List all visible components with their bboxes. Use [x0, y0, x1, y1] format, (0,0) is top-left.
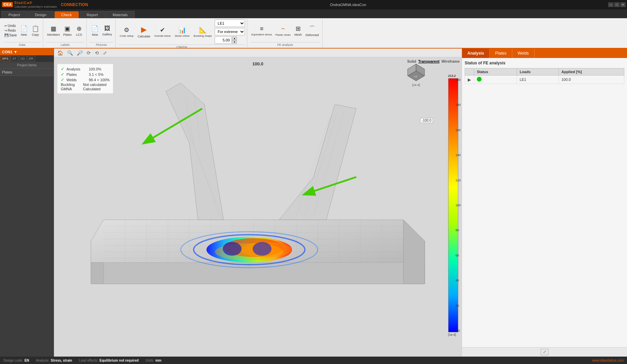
window-controls[interactable]: ─ □ ✕	[608, 2, 627, 7]
gallery-button[interactable]: 🖼 Gallery	[101, 21, 113, 40]
expand-panel-button[interactable]: ⤢	[541, 349, 548, 355]
extreme-dropdown[interactable]: For extremeFor all	[215, 28, 245, 35]
zoom-in-button[interactable]: 🔍	[66, 50, 74, 56]
ideastatica-link[interactable]: www.ideastatica.com	[592, 359, 624, 362]
mesh-button[interactable]: ⊞ Mesh	[293, 21, 303, 40]
app-subtitle: Calculate yesterday's estimates	[14, 5, 57, 9]
value-spinner: ▲ ▼	[215, 36, 245, 44]
welds-key: Welds	[66, 78, 87, 82]
status-row-analysis: ✓ Analysis 100.0%	[61, 66, 110, 71]
right-tabs: Analysis Plates Welds	[462, 49, 627, 58]
fe-col-expand	[465, 68, 474, 75]
save-button[interactable]: 💾 Save	[3, 33, 18, 37]
calculate-button[interactable]: ▶ Calculate	[136, 22, 152, 41]
content-row: CON1 ▼ EPS ST CD DR Project items Plates…	[0, 49, 627, 357]
right-tab-welds[interactable]: Welds	[512, 49, 535, 58]
logo-icon: IDEA	[2, 2, 13, 7]
members-button[interactable]: ▦ Members	[46, 21, 61, 40]
tab-project[interactable]: Project	[1, 11, 27, 18]
rotate-cw-button[interactable]: ⟳	[85, 50, 92, 56]
overall-check-icon: ✔	[160, 26, 165, 34]
plates-button[interactable]: ▣ Plates	[62, 21, 73, 40]
svg-point-39	[223, 242, 242, 256]
viewport-column: 🏠 🔍 🔎 ⟳ ⟲ ⤢ 100.0 Solid Transparent Wire…	[54, 49, 462, 357]
con-tabs: EPS ST CD DR	[0, 55, 54, 62]
right-panel: Analysis Plates Welds Status of FE analy…	[462, 49, 627, 357]
redo-button[interactable]: ↪ Redo	[3, 28, 18, 33]
analysis-label: Analysis:	[36, 359, 49, 362]
minimize-button[interactable]: ─	[608, 2, 614, 7]
right-panel-footer: ⤢	[462, 347, 627, 357]
le-dropdown[interactable]: LE1LE2LE3	[215, 20, 245, 27]
con-tab-cd[interactable]: CD	[19, 56, 27, 61]
strain-check-icon: 📊	[179, 26, 186, 34]
copy-icon: 📋	[32, 25, 39, 32]
ribbon-group-label-labels: Labels	[46, 42, 85, 47]
maximize-button[interactable]: □	[614, 2, 620, 7]
analysis-check-icon: ✓	[61, 66, 64, 71]
picture-new-icon: 📄	[91, 25, 99, 32]
overall-check-button[interactable]: ✔ Overall check	[153, 22, 172, 41]
plastic-strain-icon: ~	[281, 25, 285, 33]
buckling-shape-button[interactable]: 📐 Buckling shape	[192, 22, 213, 41]
zoom-out-button[interactable]: 🔎	[76, 50, 84, 56]
plates-list-item[interactable]: Plates	[0, 69, 54, 76]
rotate-ccw-button[interactable]: ⟲	[93, 50, 100, 56]
tab-check[interactable]: Check	[54, 11, 79, 18]
new-button[interactable]: 📄 New	[19, 21, 29, 40]
code-setup-button[interactable]: ⚙ Code setup	[118, 22, 135, 41]
picture-new-button[interactable]: 📄 New	[89, 21, 100, 40]
statusbar: Design code: EN Analysis: Stress, strain…	[0, 357, 627, 364]
lcs-button[interactable]: ⊕ LCS	[74, 21, 84, 40]
ribbon-group-label-data: Data	[3, 42, 41, 47]
close-button[interactable]: ✕	[620, 2, 626, 7]
strain-check-button[interactable]: 📊 Strain check	[173, 22, 191, 41]
spin-down-button[interactable]: ▼	[232, 40, 237, 44]
copy-button[interactable]: 📋 Copy	[30, 21, 41, 40]
save-icon: 💾	[4, 33, 8, 37]
con-dropdown-icon[interactable]: ▼	[14, 50, 18, 54]
analysis-val: 100.0%	[89, 67, 101, 71]
deformed-icon: ⌒	[309, 25, 315, 33]
equiv-stress-button[interactable]: ≡ Equivalent stress	[250, 21, 273, 40]
con-tab-st[interactable]: ST	[11, 56, 18, 61]
plastic-strain-button[interactable]: ~ Plastic strain	[274, 21, 292, 40]
con-tab-eps[interactable]: EPS	[1, 56, 10, 61]
svg-point-40	[253, 242, 272, 256]
con-tab-dr[interactable]: DR	[27, 56, 35, 61]
fe-status-circle	[477, 77, 482, 82]
ribbon-group-pictures: 📄 New 🖼 Gallery Pictures	[87, 19, 116, 47]
fe-col-status: Status	[474, 68, 517, 75]
viewport[interactable]: 100.0 Solid Transparent Wireframe ✓ Anal…	[54, 57, 462, 357]
undo-button[interactable]: ↩ Undo	[3, 24, 18, 28]
ribbon: ↩ Undo ↪ Redo 💾 Save 📄 New 📋 Copy	[0, 18, 627, 49]
tab-design[interactable]: Design	[28, 11, 53, 18]
value-input[interactable]	[215, 36, 231, 44]
svg-marker-21	[91, 263, 104, 284]
logo-area: IDEA StatiCa® Calculate yesterday's esti…	[2, 1, 88, 9]
nav-cube[interactable]: +Y [1e-4]	[404, 61, 428, 87]
svg-marker-20	[91, 263, 425, 284]
fe-row-expand-button[interactable]: ▶	[468, 77, 471, 82]
wireframe-view-button[interactable]: Wireframe	[441, 59, 460, 63]
status-row-gmna: GMNA Calculated	[61, 87, 110, 91]
redo-icon: ↪	[4, 29, 7, 32]
fe-status-title: Status of FE analysis	[465, 61, 624, 65]
app-name: StatiCa®	[14, 1, 57, 5]
tab-materials[interactable]: Materials	[106, 11, 135, 18]
status-row-buckling: Buckling Not calculated	[61, 83, 110, 87]
right-tab-analysis[interactable]: Analysis	[462, 49, 490, 58]
pointer-value-label: -100.0	[420, 118, 433, 123]
buckling-val: Not calculated	[83, 83, 107, 87]
home-view-button[interactable]: 🏠	[56, 50, 64, 56]
fe-table: Status Loads Applied [%] ▶ LE1 100.0	[465, 68, 624, 84]
gmna-key: GMNA	[61, 87, 81, 91]
fullscreen-button[interactable]: ⤢	[102, 50, 108, 56]
right-tab-plates[interactable]: Plates	[490, 49, 512, 58]
menu-tabs: Project Design Check Report Materials	[0, 9, 627, 18]
new-icon: 📄	[20, 25, 28, 32]
tab-report[interactable]: Report	[80, 11, 105, 18]
deformed-button[interactable]: ⌒ Deformed	[304, 21, 320, 40]
spin-up-button[interactable]: ▲	[232, 36, 237, 40]
gmna-val: Calculated	[83, 87, 101, 91]
